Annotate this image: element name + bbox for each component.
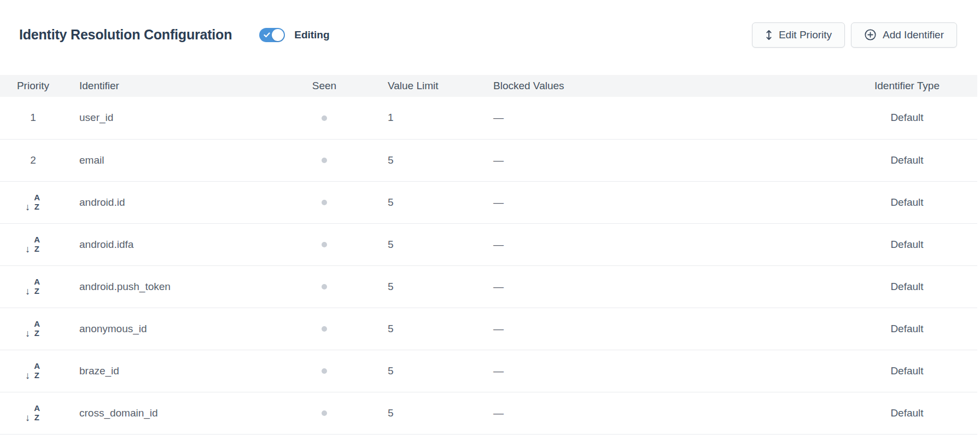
priority-cell: AZ↓ <box>0 308 66 350</box>
column-header-identifier-type: Identifier Type <box>837 75 977 97</box>
seen-indicator-dot <box>322 284 327 290</box>
blocked-values-cell: — <box>480 265 837 308</box>
table-row[interactable]: AZ↓ cross_domain_id 5 — Default <box>0 392 977 434</box>
blocked-values-cell: — <box>480 181 837 223</box>
value-limit-cell: 5 <box>375 265 480 308</box>
table-row[interactable]: 2 email 5 — Default <box>0 139 977 181</box>
plus-circle-icon <box>864 28 877 41</box>
blocked-values-cell: — <box>480 139 837 181</box>
add-identifier-label: Add Identifier <box>883 29 944 41</box>
identifier-type-cell: Default <box>837 350 977 392</box>
table-header-row: Priority Identifier Seen Value Limit Blo… <box>0 75 977 97</box>
identifier-cell: android.push_token <box>66 265 274 308</box>
add-identifier-button[interactable]: Add Identifier <box>851 22 957 48</box>
identifier-type-cell: Default <box>837 139 977 181</box>
sort-alpha-down-icon: AZ↓ <box>26 278 40 295</box>
blocked-values-cell: — <box>480 308 837 350</box>
sort-alpha-down-icon: AZ↓ <box>26 320 40 337</box>
sort-alpha-down-icon: AZ↓ <box>26 236 40 253</box>
editing-toggle[interactable] <box>259 28 285 42</box>
blocked-values-cell: — <box>480 223 837 265</box>
priority-cell: AZ↓ <box>0 265 66 308</box>
page-header: Identity Resolution Configuration Editin… <box>0 0 980 75</box>
priority-cell: 1 <box>0 97 66 139</box>
edit-priority-button[interactable]: Edit Priority <box>752 22 845 48</box>
sort-alpha-down-icon: AZ↓ <box>26 404 40 421</box>
identifiers-table: Priority Identifier Seen Value Limit Blo… <box>0 75 977 435</box>
sort-alpha-down-icon: AZ↓ <box>26 362 40 379</box>
identifier-type-cell: Default <box>837 97 977 139</box>
priority-cell: AZ↓ <box>0 181 66 223</box>
value-limit-cell: 5 <box>375 139 480 181</box>
seen-indicator-dot <box>322 368 327 374</box>
value-limit-cell: 5 <box>375 350 480 392</box>
edit-priority-label: Edit Priority <box>779 29 832 41</box>
identifier-cell: android.idfa <box>66 223 274 265</box>
column-header-priority: Priority <box>0 75 66 97</box>
identifier-cell: cross_domain_id <box>66 392 274 434</box>
table-row[interactable]: AZ↓ anonymous_id 5 — Default <box>0 308 977 350</box>
column-header-seen: Seen <box>274 75 375 97</box>
seen-indicator-dot <box>322 410 327 416</box>
identifier-cell: user_id <box>66 97 274 139</box>
column-header-identifier: Identifier <box>66 75 274 97</box>
value-limit-cell: 5 <box>375 223 480 265</box>
blocked-values-cell: — <box>480 97 837 139</box>
toggle-knob <box>272 29 284 41</box>
arrows-up-down-icon <box>765 29 773 41</box>
value-limit-cell: 5 <box>375 181 480 223</box>
column-header-blocked-values: Blocked Values <box>480 75 837 97</box>
priority-cell: AZ↓ <box>0 223 66 265</box>
priority-cell: AZ↓ <box>0 350 66 392</box>
editing-toggle-group: Editing <box>259 28 329 42</box>
table-row[interactable]: AZ↓ android.idfa 5 — Default <box>0 223 977 265</box>
seen-indicator-dot <box>322 115 327 121</box>
seen-indicator-dot <box>322 326 327 332</box>
editing-toggle-label: Editing <box>294 29 329 41</box>
page-title: Identity Resolution Configuration <box>19 27 232 43</box>
sort-alpha-down-icon: AZ↓ <box>26 194 40 211</box>
identifier-cell: email <box>66 139 274 181</box>
blocked-values-cell: — <box>480 350 837 392</box>
seen-indicator-dot <box>322 200 327 205</box>
identifier-type-cell: Default <box>837 181 977 223</box>
seen-indicator-dot <box>322 158 327 163</box>
column-header-value-limit: Value Limit <box>375 75 480 97</box>
identifier-cell: anonymous_id <box>66 308 274 350</box>
identifier-type-cell: Default <box>837 223 977 265</box>
blocked-values-cell: — <box>480 392 837 434</box>
table-row[interactable]: AZ↓ android.push_token 5 — Default <box>0 265 977 308</box>
value-limit-cell: 1 <box>375 97 480 139</box>
value-limit-cell: 5 <box>375 392 480 434</box>
seen-indicator-dot <box>322 242 327 247</box>
identifier-cell: android.id <box>66 181 274 223</box>
identifier-type-cell: Default <box>837 265 977 308</box>
identifier-type-cell: Default <box>837 308 977 350</box>
identifier-cell: braze_id <box>66 350 274 392</box>
priority-cell: 2 <box>0 139 66 181</box>
table-row[interactable]: AZ↓ android.id 5 — Default <box>0 181 977 223</box>
priority-cell: AZ↓ <box>0 392 66 434</box>
value-limit-cell: 5 <box>375 308 480 350</box>
identifier-type-cell: Default <box>837 392 977 434</box>
table-row[interactable]: 1 user_id 1 — Default <box>0 97 977 139</box>
check-icon <box>264 32 270 38</box>
table-row[interactable]: AZ↓ braze_id 5 — Default <box>0 350 977 392</box>
